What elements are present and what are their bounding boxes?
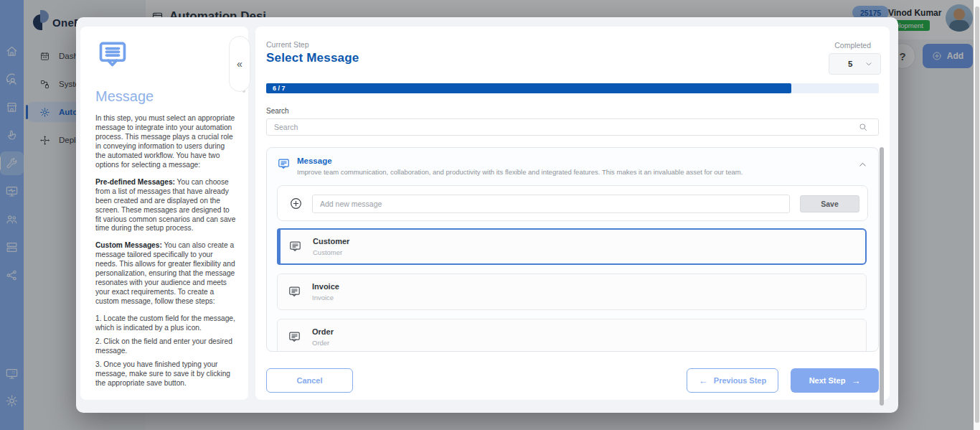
- chevrons-left-icon: «: [237, 58, 242, 70]
- plus-circle-icon[interactable]: [289, 197, 303, 210]
- message-list-item-order[interactable]: Order Order: [277, 319, 867, 352]
- collapse-section-button[interactable]: [857, 159, 868, 170]
- message-square-icon: [277, 157, 291, 171]
- message-item-subtitle: Order: [312, 339, 334, 347]
- progress-label: 6 / 7: [266, 85, 286, 92]
- progress-bar: 6 / 7: [266, 83, 879, 93]
- modal-left-panel: Message In this step, you must select an…: [80, 27, 248, 400]
- message-item-subtitle: Customer: [313, 248, 349, 256]
- add-message-row: Save: [277, 185, 868, 221]
- wizard-modal: Message In this step, you must select an…: [76, 17, 898, 413]
- add-message-input[interactable]: [312, 195, 790, 213]
- message-list-item-invoice[interactable]: Invoice Invoice: [277, 274, 867, 310]
- completed-select[interactable]: 5: [829, 53, 881, 75]
- message-square-icon: [288, 330, 301, 344]
- message-section-description: Improve team communication, collaboratio…: [297, 168, 828, 176]
- completed-value: 5: [848, 60, 852, 68]
- message-list-item-customer[interactable]: Customer Customer: [277, 228, 867, 265]
- save-button[interactable]: Save: [800, 195, 859, 212]
- message-section: Message Improve team communication, coll…: [266, 147, 879, 352]
- search-label: Search: [266, 107, 289, 115]
- message-item-subtitle: Invoice: [312, 294, 339, 302]
- completed-label: Completed: [834, 41, 871, 50]
- next-step-button[interactable]: Next Step →: [791, 368, 879, 393]
- message-square-icon: [288, 240, 302, 253]
- search-icon: [858, 122, 868, 132]
- search-input[interactable]: [266, 118, 879, 136]
- message-bubble-icon: [95, 39, 130, 70]
- modal-right-panel: Current Step Select Message Completed 5 …: [255, 27, 890, 400]
- previous-step-button[interactable]: ← Previous Step: [687, 368, 778, 393]
- step-title: Select Message: [266, 51, 359, 65]
- left-panel-title: Message: [95, 88, 154, 105]
- screen: OneE Dashboard System Automation Deploy …: [0, 0, 980, 430]
- message-square-icon: [288, 285, 301, 299]
- cancel-button[interactable]: Cancel: [266, 368, 353, 393]
- progress-fill: 6 / 7: [266, 83, 791, 93]
- current-step-label: Current Step: [266, 40, 309, 49]
- message-item-title: Customer: [313, 237, 349, 246]
- page-scrollbar-thumb[interactable]: [975, 6, 979, 423]
- collapse-panel-button[interactable]: «: [229, 36, 250, 92]
- chevron-down-icon: [864, 60, 873, 68]
- arrow-left-icon: ←: [699, 376, 708, 385]
- message-item-title: Order: [312, 327, 334, 336]
- message-section-title: Message: [297, 156, 332, 165]
- modal-scrollbar-thumb[interactable]: [880, 147, 884, 406]
- left-panel-description: In this step, you must select an appropr…: [95, 114, 237, 393]
- page-scrollbar[interactable]: [974, 0, 980, 430]
- message-item-title: Invoice: [312, 282, 339, 291]
- arrow-right-icon: →: [851, 376, 860, 385]
